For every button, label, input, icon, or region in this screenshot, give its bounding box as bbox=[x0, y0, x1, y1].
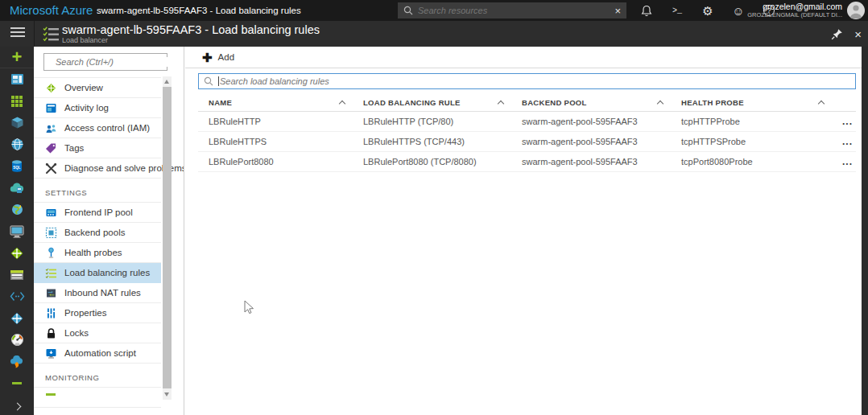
rules-search[interactable] bbox=[198, 73, 856, 89]
cell-health-probe: tcpHTTPProbe bbox=[671, 117, 832, 126]
account-menu[interactable]: grozelen@gmail.com GROZELENGMAIL (DEFAUL… bbox=[747, 2, 842, 18]
inbound-nat-icon bbox=[45, 287, 57, 299]
sort-caret-icon bbox=[818, 101, 825, 107]
rules-search-input[interactable] bbox=[220, 76, 850, 86]
sort-caret-icon bbox=[339, 101, 345, 107]
sidebar-item-activity-log[interactable]: Activity log bbox=[34, 98, 161, 118]
activity-log-icon bbox=[45, 102, 57, 114]
storage-accounts-icon[interactable] bbox=[0, 264, 34, 286]
virtual-machines-monitor-icon[interactable] bbox=[0, 220, 34, 242]
sidebar-item-label: Overview bbox=[64, 83, 103, 92]
person-icon bbox=[847, 2, 865, 19]
cell-health-probe: tcpHTTPSProbe bbox=[671, 137, 832, 146]
right-edge-strip bbox=[862, 47, 868, 415]
sidebar-item-inbound-nat-rules[interactable]: Inbound NAT rules bbox=[34, 283, 161, 303]
global-search-input[interactable] bbox=[418, 6, 614, 15]
sidebar-item-label: Backend pools bbox=[64, 228, 125, 237]
sidebar-item-diagnose[interactable]: Diagnose and solve problems bbox=[34, 158, 161, 179]
row-context-menu-icon[interactable]: ... bbox=[832, 156, 856, 167]
sidebar-item-frontend-ip-pool[interactable]: Frontend IP pool bbox=[34, 203, 161, 223]
sql-databases-icon[interactable]: SQL bbox=[0, 155, 34, 177]
sidebar-item-label: Frontend IP pool bbox=[64, 208, 133, 217]
virtual-networks-code-icon[interactable] bbox=[0, 286, 34, 307]
azure-ad-diamond-icon[interactable] bbox=[0, 307, 34, 329]
column-header-backend-pool[interactable]: BACKEND POOL bbox=[511, 98, 671, 107]
table-row[interactable]: LBRuleHTTP LBRuleHTTP (TCP/80) swarm-age… bbox=[198, 112, 856, 132]
backend-pools-icon bbox=[45, 227, 57, 239]
menu-search[interactable] bbox=[43, 53, 167, 71]
sidebar-item-label: Activity log bbox=[64, 103, 109, 113]
row-context-menu-icon[interactable]: ... bbox=[832, 116, 856, 127]
settings-section-header: SETTINGS bbox=[34, 179, 161, 203]
monitoring-section-header: MONITORING bbox=[34, 364, 161, 388]
sidebar-item-backend-pools[interactable]: Backend pools bbox=[34, 223, 161, 243]
table-row[interactable]: LBRulePort8080 LBRulePort8080 (TCP/8080)… bbox=[198, 152, 856, 172]
pin-icon[interactable] bbox=[831, 28, 843, 40]
virtual-machines-cube-icon[interactable] bbox=[0, 112, 34, 134]
dashboard-icon[interactable] bbox=[0, 68, 34, 90]
monitor-gauge-icon[interactable] bbox=[0, 329, 34, 351]
hamburger-menu-icon[interactable] bbox=[10, 27, 25, 39]
all-resources-grid-icon[interactable] bbox=[0, 90, 34, 112]
sidebar-item-label: Locks bbox=[64, 328, 89, 338]
sidebar-item-health-probes[interactable]: Health probes bbox=[34, 243, 161, 263]
table-row[interactable]: LBRuleHTTPS LBRuleHTTPS (TCP/443) swarm-… bbox=[198, 132, 856, 152]
properties-sliders-icon bbox=[45, 307, 57, 319]
menu-scrollbar[interactable] bbox=[163, 76, 172, 400]
sidebar-item-access-control[interactable]: Access control (IAM) bbox=[34, 118, 161, 138]
diagnose-tools-icon bbox=[45, 162, 57, 175]
sidebar-item-locks[interactable]: Locks bbox=[34, 323, 161, 343]
load-balancer-icon bbox=[43, 26, 60, 46]
sidebar-item-properties[interactable]: Properties bbox=[34, 303, 161, 323]
cell-name: LBRulePort8080 bbox=[198, 157, 353, 166]
scroll-up-arrow-icon[interactable] bbox=[164, 80, 169, 84]
add-button-label: Add bbox=[218, 52, 234, 62]
sidebar-item-label: Health probes bbox=[64, 248, 122, 257]
account-email: grozelen@gmail.com bbox=[747, 2, 842, 11]
azure-logo[interactable]: Microsoft Azure bbox=[10, 3, 93, 17]
cell-health-probe: tcpPort8080Probe bbox=[671, 157, 832, 166]
column-header-health-probe[interactable]: HEALTH PROBE bbox=[671, 98, 832, 107]
add-button[interactable]: ✚ Add bbox=[202, 51, 234, 64]
row-context-menu-icon[interactable]: ... bbox=[832, 136, 856, 147]
sidebar-item-label: Access control (IAM) bbox=[64, 123, 150, 133]
sidebar-item-overview[interactable]: Overview bbox=[34, 78, 161, 98]
search-clear-icon[interactable]: × bbox=[614, 6, 621, 16]
sort-caret-icon bbox=[498, 101, 504, 107]
search-icon bbox=[403, 6, 413, 15]
notifications-bell-icon[interactable] bbox=[631, 0, 662, 21]
divider bbox=[34, 21, 35, 47]
left-icon-rail: + SQL bbox=[0, 47, 34, 415]
sidebar-item-partial[interactable] bbox=[34, 388, 161, 408]
plus-icon: + bbox=[12, 48, 23, 66]
tags-icon bbox=[45, 142, 57, 154]
partial-green-icon[interactable] bbox=[0, 372, 34, 394]
lock-icon bbox=[45, 327, 57, 339]
menu-search-input[interactable] bbox=[56, 57, 171, 67]
scroll-down-arrow-icon[interactable] bbox=[164, 392, 169, 397]
account-directory: GROZELENGMAIL (DEFAULT DI... bbox=[747, 11, 842, 18]
load-balancers-icon[interactable] bbox=[0, 242, 34, 264]
column-header-name[interactable]: NAME bbox=[198, 98, 353, 107]
cloud-services-icon[interactable] bbox=[0, 177, 34, 199]
breadcrumb[interactable]: swarm-agent-lb-595FAAF3 - Load balancing… bbox=[97, 6, 301, 15]
sidebar-item-tags[interactable]: Tags bbox=[34, 138, 161, 158]
sort-caret-icon bbox=[657, 101, 663, 107]
app-services-globe-icon[interactable] bbox=[0, 134, 34, 155]
global-search[interactable]: × bbox=[398, 2, 626, 18]
sidebar-item-label: Load balancing rules bbox=[64, 268, 150, 277]
help-support-cloud-icon[interactable] bbox=[0, 351, 34, 372]
blade-title: swarm-agent-lb-595FAAF3 - Load balancing… bbox=[62, 23, 320, 36]
sidebar-item-load-balancing-rules[interactable]: Load balancing rules bbox=[34, 263, 161, 283]
close-blade-icon[interactable]: × bbox=[854, 27, 862, 41]
new-resource-button[interactable]: + bbox=[0, 47, 34, 68]
expand-rail-chevron-icon[interactable] bbox=[0, 399, 34, 413]
subscriptions-globe-icon[interactable] bbox=[0, 199, 34, 220]
cloud-shell-icon[interactable]: >_ bbox=[662, 0, 692, 21]
scrollbar-thumb[interactable] bbox=[163, 87, 172, 388]
cell-rule: LBRulePort8080 (TCP/8080) bbox=[353, 157, 511, 166]
avatar[interactable] bbox=[847, 2, 865, 19]
sidebar-item-automation-script[interactable]: Automation script bbox=[34, 343, 161, 364]
settings-gear-icon[interactable]: ⚙ bbox=[692, 0, 723, 21]
column-header-load-balancing-rule[interactable]: LOAD BALANCING RULE bbox=[353, 98, 511, 107]
